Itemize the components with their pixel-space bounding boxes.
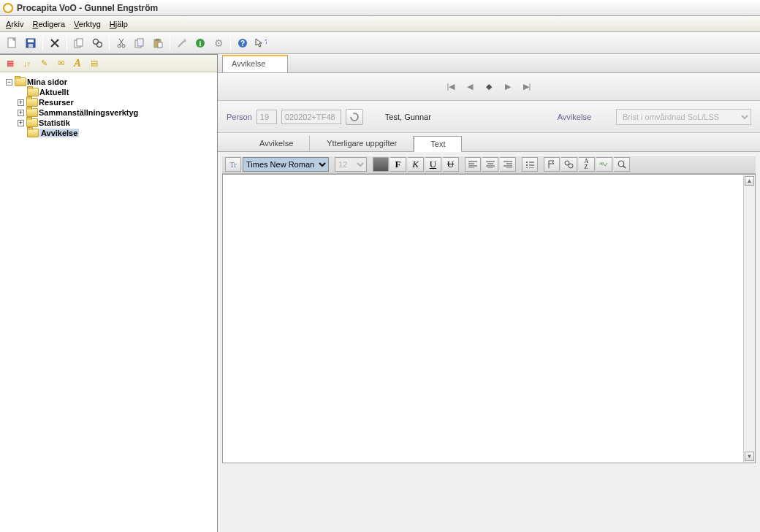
sidebar-toolbar: ▦ ↓↑ ✎ ✉ A ▤: [0, 55, 217, 72]
content-pane: Avvikelse |◀ ◀ ◆ ▶ ▶| Person Test, Gunna…: [218, 54, 760, 532]
expand-icon[interactable]: +: [18, 110, 24, 116]
svg-point-21: [526, 164, 528, 166]
avvikelse-select[interactable]: Brist i omvårdnad SoL/LSS: [616, 109, 751, 125]
menu-hjalp[interactable]: Hjälp: [105, 18, 132, 31]
delete-icon[interactable]: [47, 35, 63, 51]
nav-first-icon[interactable]: |◀: [446, 82, 456, 92]
menu-redigera[interactable]: Redigera: [28, 18, 69, 31]
underline-button[interactable]: U: [425, 157, 441, 172]
tree-resurser[interactable]: +Resurser: [18, 97, 214, 107]
bold-button[interactable]: F: [390, 157, 406, 172]
font-icon[interactable]: Tr: [225, 157, 241, 172]
svg-rect-13: [156, 39, 159, 41]
tab-text[interactable]: Text: [414, 136, 462, 152]
menu-arkiv[interactable]: Arkiv: [1, 18, 28, 31]
record-navigator: |◀ ◀ ◆ ▶ ▶|: [218, 73, 760, 101]
nav-last-icon[interactable]: ▶|: [522, 82, 532, 92]
window-title: Procapita VoO - Gunnel Engström: [17, 3, 158, 13]
inner-tab-strip: Avvikelse Ytterligare uppgifter Text: [218, 133, 760, 152]
folder-icon: [27, 129, 37, 137]
svg-point-24: [569, 164, 573, 168]
svg-text:?: ?: [265, 38, 267, 45]
nav-next-icon[interactable]: ▶: [503, 82, 513, 92]
sb-list-icon[interactable]: ▤: [87, 57, 102, 70]
info-icon[interactable]: i: [192, 35, 208, 51]
align-center-icon[interactable]: [482, 157, 498, 172]
tab-ytterligare[interactable]: Ytterligare uppgifter: [310, 135, 414, 151]
folder-icon: [26, 118, 37, 127]
spellcheck-icon[interactable]: ᴬᴮ✓: [596, 157, 612, 172]
sb-mail-icon[interactable]: ✉: [53, 57, 68, 70]
tree-avvikelse[interactable]: Avvikelse: [18, 128, 214, 138]
save-icon[interactable]: [23, 35, 39, 51]
sb-sort-icon[interactable]: ↓↑: [20, 57, 34, 70]
sidebar: ▦ ↓↑ ✎ ✉ A ▤ − Mina sidor Aktuellt +Resu…: [0, 54, 218, 532]
color-icon[interactable]: [373, 157, 389, 172]
svg-point-7: [97, 42, 102, 47]
expand-icon[interactable]: +: [18, 99, 24, 106]
search-icon[interactable]: [89, 35, 105, 51]
menu-verktyg[interactable]: Verktyg: [69, 18, 105, 31]
svg-point-25: [618, 161, 624, 167]
svg-text:?: ?: [240, 39, 245, 48]
new-icon[interactable]: [4, 35, 20, 51]
cut-icon[interactable]: [113, 35, 129, 51]
gears-icon[interactable]: ⚙: [210, 35, 227, 51]
svg-point-22: [526, 167, 528, 168]
tree-statistik[interactable]: +Statistik: [18, 118, 214, 128]
bullets-icon[interactable]: [522, 157, 538, 172]
tree-root-label: Mina sidor: [27, 77, 67, 86]
doc-tab-avvikelse[interactable]: Avvikelse: [222, 55, 288, 72]
scroll-up-icon[interactable]: ▲: [745, 176, 754, 186]
person-id-field[interactable]: [256, 110, 277, 124]
avvikelse-label: Avvikelse: [558, 113, 591, 121]
main-area: ▦ ↓↑ ✎ ✉ A ▤ − Mina sidor Aktuellt +Resu…: [0, 54, 760, 532]
tab-avvikelse[interactable]: Avvikelse: [243, 135, 310, 151]
app-icon: [3, 3, 13, 13]
svg-rect-2: [28, 39, 34, 42]
sb-note-icon[interactable]: ✎: [37, 57, 51, 70]
person-code-field[interactable]: [281, 110, 341, 124]
copy2-icon[interactable]: [132, 35, 148, 51]
doc-tab-strip: Avvikelse: [218, 54, 760, 73]
find-icon[interactable]: [561, 157, 577, 172]
font-select[interactable]: Times New Roman: [243, 157, 329, 172]
folder-icon: [15, 77, 25, 86]
sb-filter-icon[interactable]: ▦: [3, 57, 18, 70]
align-right-icon[interactable]: [500, 157, 516, 172]
flag-icon[interactable]: [544, 157, 560, 172]
paste-icon[interactable]: [150, 35, 166, 51]
menu-bar: Arkiv Redigera Verktyg Hjälp: [0, 16, 760, 32]
person-label: Person: [227, 113, 252, 121]
wand-icon[interactable]: [174, 35, 190, 51]
copy-icon[interactable]: [71, 35, 87, 51]
tree-aktuellt[interactable]: Aktuellt: [18, 87, 214, 97]
main-toolbar: i ⚙ ? ?: [0, 32, 760, 54]
help-icon[interactable]: ?: [235, 35, 251, 51]
title-bar: Procapita VoO - Gunnel Engström: [0, 0, 760, 16]
scroll-down-icon[interactable]: ▼: [745, 452, 754, 461]
tree-view: − Mina sidor Aktuellt +Resurser +Sammans…: [0, 72, 217, 142]
size-select[interactable]: 12: [335, 157, 367, 172]
nav-prev-icon[interactable]: ◀: [465, 82, 475, 92]
person-name: Test, Gunnar: [385, 113, 431, 121]
svg-rect-3: [28, 44, 33, 48]
svg-rect-5: [77, 39, 83, 46]
pointer-help-icon[interactable]: ?: [253, 35, 269, 51]
tree-samman[interactable]: +Sammanställningsverktyg: [18, 107, 214, 118]
tree-root[interactable]: − Mina sidor: [6, 77, 214, 87]
italic-button[interactable]: K: [408, 157, 424, 172]
zoom-icon[interactable]: [614, 157, 630, 172]
nav-current-icon[interactable]: ◆: [484, 82, 494, 92]
align-left-icon[interactable]: [465, 157, 481, 172]
editor-toolbar: Tr Times New Roman 12 F K U U AZ ᴬᴮ✓: [222, 155, 756, 174]
sb-font-icon[interactable]: A: [70, 57, 85, 70]
folder-icon: [26, 98, 37, 107]
strike-button[interactable]: U: [443, 157, 459, 172]
vertical-scrollbar[interactable]: ▲ ▼: [743, 175, 755, 463]
refresh-button[interactable]: [346, 109, 363, 125]
text-editor[interactable]: [223, 175, 743, 463]
collapse-icon[interactable]: −: [6, 79, 12, 86]
sort-az-icon[interactable]: AZ: [579, 157, 595, 172]
expand-icon[interactable]: +: [18, 120, 24, 126]
